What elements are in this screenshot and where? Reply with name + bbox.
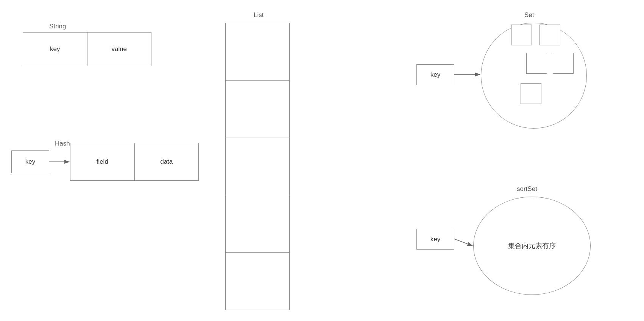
- set-circle: [481, 23, 587, 129]
- sortset-key-box: key: [416, 229, 454, 250]
- set-square-1: [511, 25, 532, 45]
- hash-field-cell: field: [70, 143, 135, 180]
- list-cell-3: [226, 138, 289, 195]
- set-label: Set: [524, 11, 534, 19]
- hash-data-box: field data: [70, 143, 199, 181]
- sortset-circle: 集合内元素有序: [473, 197, 591, 295]
- diagram-container: String key value Hash key field data Lis…: [0, 0, 644, 321]
- set-square-5: [521, 83, 541, 104]
- string-value-cell: value: [87, 33, 151, 66]
- list-label: List: [254, 11, 264, 19]
- sortset-label: sortSet: [517, 185, 537, 193]
- list-cell-2: [226, 81, 289, 138]
- string-label: String: [49, 23, 66, 30]
- hash-data-cell: data: [135, 143, 199, 180]
- list-cell-5: [226, 253, 289, 310]
- set-square-4: [553, 53, 574, 74]
- svg-line-3: [454, 239, 472, 246]
- string-box: key value: [23, 32, 151, 66]
- sortset-circle-text: 集合内元素有序: [508, 241, 556, 250]
- list-cell-4: [226, 195, 289, 253]
- set-square-3: [526, 53, 547, 74]
- hash-label: Hash: [55, 140, 70, 147]
- list-box: [225, 23, 290, 310]
- set-square-2: [540, 25, 560, 45]
- set-key-box: key: [416, 64, 454, 85]
- string-key-cell: key: [23, 33, 87, 66]
- list-cell-1: [226, 23, 289, 81]
- hash-key-box: key: [11, 150, 49, 173]
